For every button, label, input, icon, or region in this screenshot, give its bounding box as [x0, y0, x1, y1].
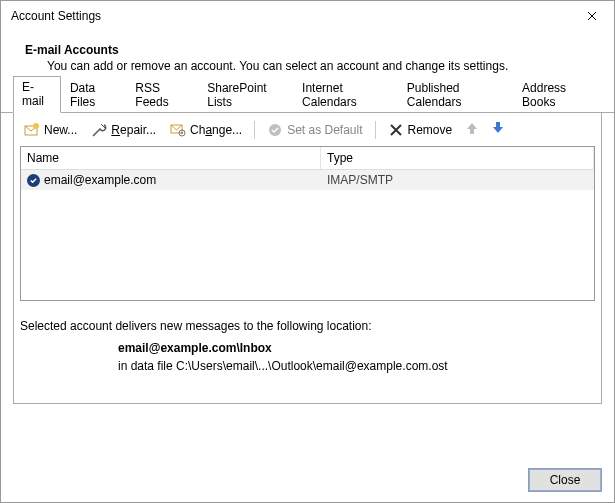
- close-window-button[interactable]: [569, 1, 614, 31]
- change-button[interactable]: Change...: [166, 120, 246, 140]
- accounts-list[interactable]: Name Type email@example.com IMAP/SMTP: [20, 146, 595, 301]
- envelope-gear-icon: [170, 122, 186, 138]
- svg-point-4: [181, 132, 183, 134]
- tab-internet-calendars[interactable]: Internet Calendars: [293, 77, 398, 113]
- dialog-footer: Close: [529, 469, 601, 491]
- tab-sharepoint-lists[interactable]: SharePoint Lists: [198, 77, 293, 113]
- envelope-new-icon: [24, 122, 40, 138]
- move-up-button: [462, 119, 482, 140]
- set-default-label: Set as Default: [287, 123, 362, 137]
- separator: [254, 121, 255, 139]
- remove-button[interactable]: Remove: [384, 120, 457, 140]
- separator: [375, 121, 376, 139]
- window-title: Account Settings: [11, 9, 569, 23]
- col-type[interactable]: Type: [321, 147, 594, 169]
- repair-button[interactable]: Repair...: [87, 120, 160, 140]
- close-icon: [587, 11, 597, 21]
- tab-email[interactable]: E-mail: [13, 76, 61, 113]
- tab-rss-feeds[interactable]: RSS Feeds: [126, 77, 198, 113]
- new-button[interactable]: New...: [20, 120, 81, 140]
- header-subtitle: You can add or remove an account. You ca…: [25, 59, 590, 73]
- repair-label: Repair...: [111, 123, 156, 137]
- location-intro: Selected account delivers new messages t…: [20, 319, 595, 333]
- title-bar: Account Settings: [1, 1, 614, 31]
- tab-panel: New... Repair... Change... Set as Defaul…: [13, 113, 602, 404]
- delivery-location: Selected account delivers new messages t…: [14, 307, 601, 403]
- tab-data-files[interactable]: Data Files: [61, 77, 126, 113]
- account-type-cell: IMAP/SMTP: [321, 173, 594, 187]
- change-label: Change...: [190, 123, 242, 137]
- remove-label: Remove: [408, 123, 453, 137]
- check-circle-icon: [267, 122, 283, 138]
- toolbar: New... Repair... Change... Set as Defaul…: [14, 113, 601, 146]
- tab-published-calendars[interactable]: Published Calendars: [398, 77, 513, 113]
- close-button[interactable]: Close: [529, 469, 601, 491]
- location-path: email@example.com\Inbox: [20, 341, 595, 355]
- arrow-up-icon: [466, 121, 478, 138]
- column-headers: Name Type: [21, 147, 594, 170]
- default-account-badge-icon: [27, 174, 40, 187]
- set-default-button: Set as Default: [263, 120, 366, 140]
- wrench-icon: [91, 122, 107, 138]
- col-name[interactable]: Name: [21, 147, 321, 169]
- tab-address-books[interactable]: Address Books: [513, 77, 602, 113]
- account-row[interactable]: email@example.com IMAP/SMTP: [21, 170, 594, 190]
- new-label: New...: [44, 123, 77, 137]
- location-datafile: in data file C:\Users\email\...\Outlook\…: [20, 359, 595, 373]
- header-title: E-mail Accounts: [25, 43, 590, 57]
- arrow-down-icon: [492, 121, 504, 138]
- remove-x-icon: [388, 122, 404, 138]
- account-name: email@example.com: [44, 173, 156, 187]
- move-down-button[interactable]: [488, 119, 508, 140]
- svg-point-1: [33, 123, 39, 129]
- tab-strip: E-mail Data Files RSS Feeds SharePoint L…: [1, 91, 614, 113]
- account-name-cell: email@example.com: [21, 173, 321, 187]
